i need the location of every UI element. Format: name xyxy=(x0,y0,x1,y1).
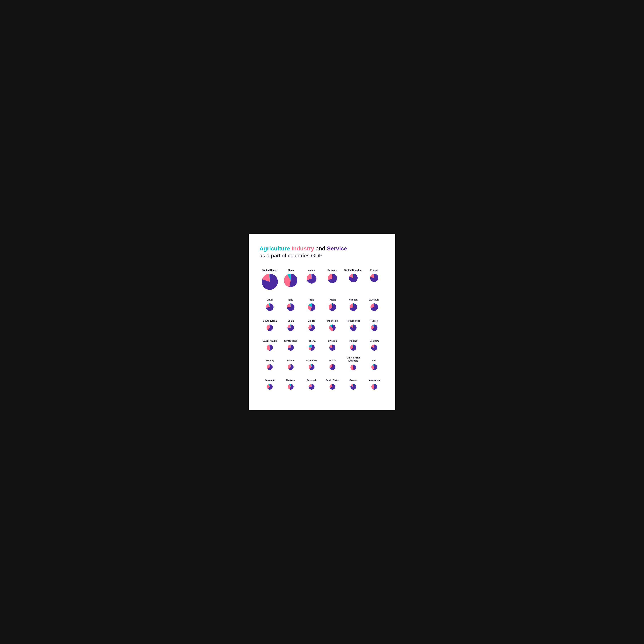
country-cell: China xyxy=(280,264,301,294)
country-name: China xyxy=(287,266,294,272)
country-cell: Australia xyxy=(364,294,385,315)
country-cell: South Korea xyxy=(259,315,280,335)
title-agriculture: Agriculture xyxy=(259,245,290,252)
main-title: Agriculture Industry and Service xyxy=(259,245,385,252)
country-cell: Canada xyxy=(343,294,364,315)
title-service: Service xyxy=(327,245,347,252)
pie-chart xyxy=(308,344,315,351)
pie-chart xyxy=(287,303,295,311)
country-name: Venezuela xyxy=(369,376,380,382)
country-name: Italy xyxy=(288,296,293,301)
pie-chart xyxy=(329,384,336,390)
country-name: Iran xyxy=(372,356,376,362)
country-cell: South Africa xyxy=(322,374,343,394)
country-cell: Poland xyxy=(343,335,364,355)
country-name: Canada xyxy=(349,296,358,301)
country-cell: Brazil xyxy=(259,294,280,315)
country-name: Spain xyxy=(287,317,294,322)
country-name: Belgium xyxy=(370,337,379,342)
country-cell: Turkey xyxy=(364,315,385,335)
country-cell: Norway xyxy=(259,355,280,374)
country-name: Saudi Arabia xyxy=(263,337,277,342)
pie-chart xyxy=(370,273,379,282)
country-name: France xyxy=(370,266,378,272)
country-name: Brazil xyxy=(267,296,273,301)
pie-chart xyxy=(261,273,278,290)
country-cell: Greece xyxy=(343,374,364,394)
country-cell: Mexico xyxy=(301,315,322,335)
pie-chart xyxy=(329,344,336,351)
pie-chart xyxy=(350,364,357,371)
pie-chart xyxy=(266,303,274,311)
country-cell: United Kingdom xyxy=(343,264,364,294)
main-page: Agriculture Industry and Service as a pa… xyxy=(249,234,395,410)
country-cell: Iran xyxy=(364,355,385,374)
pie-chart xyxy=(266,344,273,351)
pie-chart xyxy=(370,303,378,311)
country-name: India xyxy=(309,296,314,301)
country-name: Greece xyxy=(349,376,357,382)
country-cell: Belgium xyxy=(364,335,385,355)
country-cell: Indonesia xyxy=(322,315,343,335)
country-name: Denmark xyxy=(307,376,317,382)
country-cell: Colombia xyxy=(259,374,280,394)
pie-chart xyxy=(328,303,336,311)
pie-chart xyxy=(287,384,294,390)
country-cell: United Arab Emirates xyxy=(343,355,364,374)
country-cell: India xyxy=(301,294,322,315)
country-name: Norway xyxy=(266,356,274,362)
country-cell: Italy xyxy=(280,294,301,315)
country-name: Poland xyxy=(349,337,357,342)
pie-chart xyxy=(329,364,336,370)
pie-chart xyxy=(284,273,298,287)
pie-chart xyxy=(349,303,357,311)
subtitle: as a part of countries GDP xyxy=(259,253,385,259)
country-cell: Sweden xyxy=(322,335,343,355)
country-cell: Japan xyxy=(301,264,322,294)
country-cell: Netherlands xyxy=(343,315,364,335)
country-name: Thailand xyxy=(286,376,295,382)
country-name: Turkey xyxy=(370,317,378,322)
pie-chart xyxy=(371,384,377,390)
country-name: Argentina xyxy=(306,356,317,362)
country-cell: France xyxy=(364,264,385,294)
country-cell: Thailand xyxy=(280,374,301,394)
pie-chart xyxy=(350,324,357,331)
pie-chart xyxy=(308,303,316,311)
country-cell: Saudi Arabia xyxy=(259,335,280,355)
pie-chart xyxy=(371,364,377,370)
country-name: South Korea xyxy=(263,317,277,322)
country-name: Taiwan xyxy=(287,356,294,362)
country-name: Netherlands xyxy=(347,317,360,322)
country-cell: Venezuela xyxy=(364,374,385,394)
pie-chart xyxy=(308,364,315,370)
country-name: United Kingdom xyxy=(344,266,362,272)
pie-chart xyxy=(371,344,378,351)
pie-chart xyxy=(287,324,294,331)
country-name: Sweden xyxy=(328,337,337,342)
country-name: Switzerland xyxy=(284,337,297,342)
pie-chart xyxy=(287,344,294,351)
country-name: Germany xyxy=(327,266,337,272)
pie-chart xyxy=(267,384,273,390)
country-cell: Spain xyxy=(280,315,301,335)
country-name: Nigeria xyxy=(308,337,316,342)
country-cell: Nigeria xyxy=(301,335,322,355)
title-industry: Industry xyxy=(292,245,314,252)
pie-chart xyxy=(371,324,378,331)
pie-chart xyxy=(308,384,315,390)
country-name: Australia xyxy=(369,296,379,301)
country-cell: Russia xyxy=(322,294,343,315)
country-name: United States xyxy=(262,266,277,272)
pie-chart xyxy=(287,364,294,370)
country-name: Mexico xyxy=(308,317,316,322)
country-cell: Switzerland xyxy=(280,335,301,355)
pie-chart xyxy=(350,384,357,390)
pie-chart xyxy=(308,324,315,331)
country-name: United Arab Emirates xyxy=(344,356,363,362)
country-cell: United States xyxy=(259,264,280,294)
countries-grid: United StatesChinaJapanGermanyUnited Kin… xyxy=(259,264,385,394)
pie-chart xyxy=(267,364,273,370)
country-name: Indonesia xyxy=(327,317,338,322)
country-name: Japan xyxy=(308,266,315,272)
